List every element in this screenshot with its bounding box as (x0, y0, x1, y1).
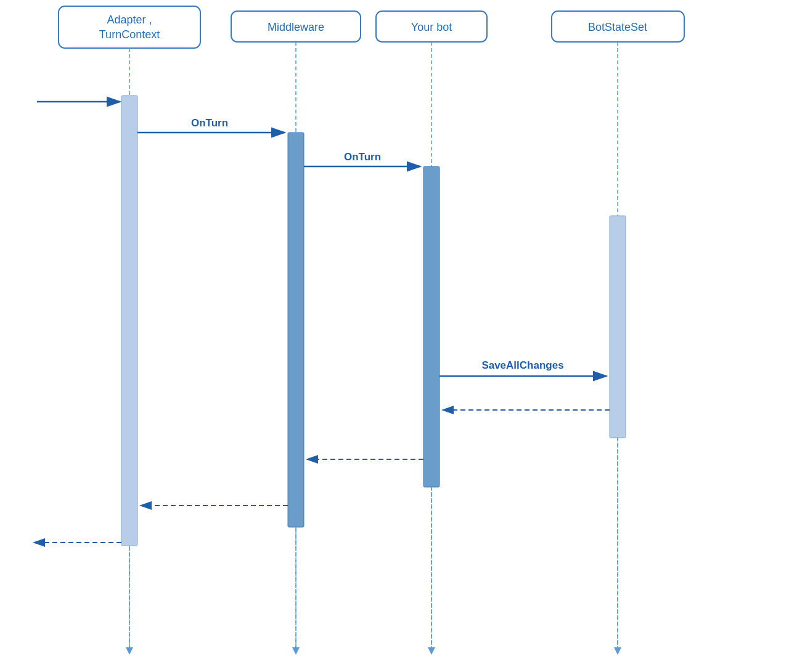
activation-middleware (288, 133, 304, 527)
message-label-onturn-2: OnTurn (344, 151, 381, 163)
message-label-onturn-1: OnTurn (191, 117, 228, 129)
lifeline-arrow-middleware (292, 647, 300, 655)
actor-label-yourbot: Your bot (411, 21, 452, 33)
lifeline-arrow-yourbot (428, 647, 435, 655)
lifeline-arrow-botstateset (614, 647, 621, 655)
actor-label-middleware: Middleware (268, 21, 324, 33)
actor-box-adapter (59, 6, 200, 48)
lifeline-arrow-adapter (126, 647, 133, 655)
message-label-saveallchanges: SaveAllChanges (481, 359, 563, 371)
activation-adapter (121, 96, 137, 546)
actor-label-botstateset: BotStateSet (588, 21, 647, 33)
actor-label-adapter: Adapter , (107, 14, 152, 26)
activation-yourbot (423, 166, 439, 487)
actor-label-adapter2: TurnContext (99, 28, 160, 41)
activation-botstateset (610, 216, 626, 438)
sequence-diagram: Adapter , TurnContext Middleware Your bo… (0, 0, 789, 672)
